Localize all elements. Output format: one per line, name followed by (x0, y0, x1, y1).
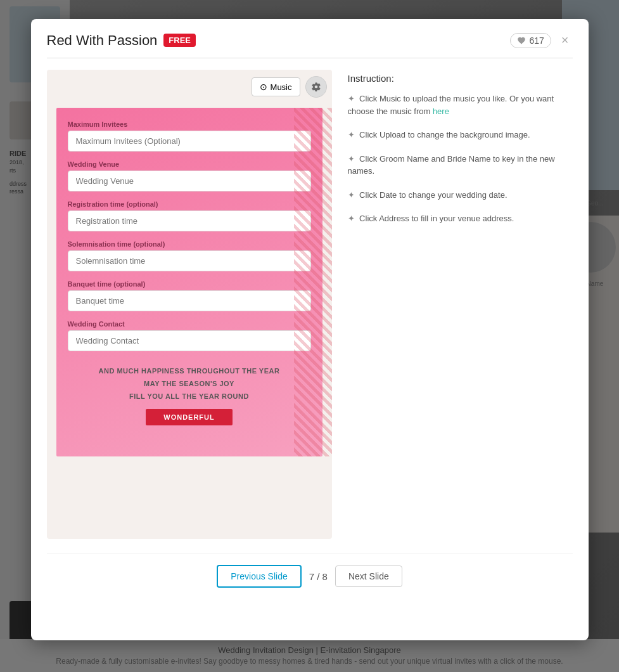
instruction-item-5: ✦ Click Address to fill in your venue ad… (348, 212, 573, 225)
diamond-icon-2: ✦ (348, 130, 355, 139)
slide-separator: / (317, 571, 322, 582)
diamond-icon-3: ✦ (348, 154, 355, 164)
modal-title: Red With Passion (47, 32, 158, 49)
settings-icon (311, 82, 321, 92)
pink-card: Maximum InviteesWedding VenueRegistratio… (56, 108, 322, 456)
current-slide: 7 (309, 571, 314, 582)
form-label-5: Wedding Contact (68, 320, 311, 328)
form-group-5: Wedding Contact (68, 320, 311, 351)
form-group-1: Wedding Venue (68, 160, 311, 191)
modal-title-area: Red With Passion FREE (47, 32, 196, 49)
instruction-panel: Instruction: ✦ Click Music to upload the… (348, 70, 573, 539)
form-group-2: Registration time (optional) (68, 200, 311, 231)
form-input-0[interactable] (68, 131, 311, 152)
bottom-line2: MAY THE SEASON'S JOY (74, 378, 305, 391)
form-input-5[interactable] (68, 330, 311, 351)
form-group-0: Maximum Invitees (68, 120, 311, 152)
instruction-title: Instruction: (348, 73, 573, 84)
form-fields: Maximum InviteesWedding VenueRegistratio… (68, 120, 311, 351)
modal-body: ⊙ Music Maximum InviteesWedding VenueReg… (47, 70, 573, 539)
settings-button[interactable] (305, 76, 327, 98)
form-label-4: Banquet time (optional) (68, 280, 311, 288)
music-button[interactable]: ⊙ Music (252, 77, 300, 96)
diamond-icon-4: ✦ (348, 190, 355, 200)
form-input-4[interactable] (68, 290, 311, 311)
diamond-icon-5: ✦ (348, 214, 355, 223)
form-label-3: Solemnisation time (optional) (68, 240, 311, 248)
heart-icon (517, 36, 526, 45)
music-label: Music (271, 82, 292, 92)
form-input-1[interactable] (68, 171, 311, 191)
form-input-2[interactable] (68, 210, 311, 231)
wonderful-button[interactable]: WONDERFUL (146, 409, 233, 425)
instruction-item-4: ✦ Click Date to change your wedding date… (348, 189, 573, 202)
modal-header: Red With Passion FREE 617 × (47, 32, 573, 58)
form-label-0: Maximum Invitees (68, 120, 311, 128)
diamond-icon-1: ✦ (348, 94, 355, 103)
instruction-item-2: ✦ Click Upload to change the background … (348, 129, 573, 141)
slide-counter: 7 / 8 (309, 571, 328, 582)
instruction-item-3: ✦ Click Groom Name and Bride Name to key… (348, 153, 573, 178)
modal-footer: Previous Slide 7 / 8 Next Slide (47, 553, 573, 588)
form-label-2: Registration time (optional) (68, 200, 311, 208)
close-button[interactable]: × (558, 32, 573, 49)
form-group-3: Solemnisation time (optional) (68, 240, 311, 271)
bottom-text-area: AND MUCH HAPPINESS THROUGHOUT THE YEAR M… (68, 360, 311, 425)
form-input-3[interactable] (68, 250, 311, 271)
next-slide-button[interactable]: Next Slide (335, 565, 402, 587)
total-slides: 8 (322, 571, 328, 582)
music-icon: ⊙ (260, 82, 267, 92)
previous-slide-button[interactable]: Previous Slide (217, 565, 302, 588)
modal-container: Red With Passion FREE 617 × ⊙ Music (31, 19, 589, 640)
heart-count: 617 (510, 33, 551, 48)
here-link[interactable]: here (433, 107, 449, 116)
like-count: 617 (529, 36, 544, 46)
modal-backdrop: Red With Passion FREE 617 × ⊙ Music (0, 0, 619, 672)
form-group-4: Banquet time (optional) (68, 280, 311, 311)
preview-area: ⊙ Music Maximum InviteesWedding VenueReg… (47, 70, 332, 539)
instruction-item-1: ✦ Click Music to upload the music you li… (348, 93, 573, 117)
bottom-line3: FILL YOU ALL THE YEAR ROUND (74, 391, 305, 403)
free-badge: FREE (163, 34, 196, 47)
form-label-1: Wedding Venue (68, 160, 311, 168)
bottom-line1: AND MUCH HAPPINESS THROUGHOUT THE YEAR (74, 365, 305, 378)
